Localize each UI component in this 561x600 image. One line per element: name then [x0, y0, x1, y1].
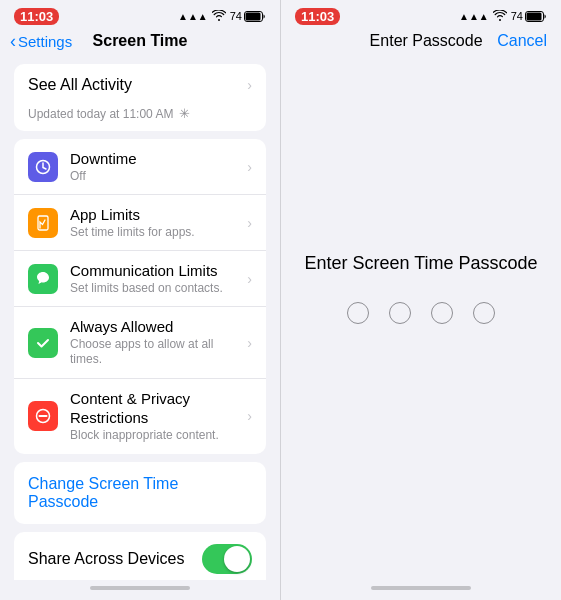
- downtime-chevron-icon: ›: [247, 159, 252, 175]
- left-status-bar: 11:03 ▲▲▲ 74: [0, 0, 280, 28]
- back-button[interactable]: ‹ Settings: [10, 32, 72, 50]
- right-status-bar: 11:03 ▲▲▲ 74: [281, 0, 561, 28]
- content-privacy-sublabel: Block inappropriate content.: [70, 428, 235, 444]
- comm-limits-icon: [28, 264, 58, 294]
- back-label[interactable]: Settings: [18, 33, 72, 50]
- always-allowed-sublabel: Choose apps to allow at all times.: [70, 337, 235, 368]
- right-home-bar: [371, 586, 471, 590]
- passcode-prompt-title: Enter Screen Time Passcode: [304, 253, 537, 274]
- svg-rect-1: [246, 12, 261, 20]
- app-limits-label: App Limits: [70, 205, 235, 225]
- left-home-bar: [90, 586, 190, 590]
- app-limits-icon: [28, 208, 58, 238]
- content-privacy-icon: [28, 401, 58, 431]
- share-devices-row: Share Across Devices: [28, 544, 252, 574]
- change-passcode-button[interactable]: Change Screen Time Passcode: [14, 462, 266, 524]
- battery-icon: 74: [230, 10, 266, 22]
- content-privacy-label: Content & Privacy Restrictions: [70, 389, 235, 428]
- left-nav-bar: ‹ Settings Screen Time: [0, 28, 280, 56]
- content-area: See All Activity › Updated today at 11:0…: [0, 56, 280, 580]
- see-all-activity-button[interactable]: See All Activity ›: [14, 64, 266, 106]
- left-status-icons: ▲▲▲ 74: [178, 10, 266, 23]
- back-chevron-icon: ‹: [10, 32, 16, 50]
- comm-limits-label: Communication Limits: [70, 261, 235, 281]
- right-status-time: 11:03: [295, 8, 340, 25]
- always-allowed-icon: [28, 328, 58, 358]
- left-panel: 11:03 ▲▲▲ 74 ‹: [0, 0, 280, 600]
- share-devices-toggle[interactable]: [202, 544, 252, 574]
- app-limits-sublabel: Set time limits for apps.: [70, 225, 235, 241]
- updated-row: Updated today at 11:00 AM ✳: [14, 106, 266, 131]
- content-privacy-item[interactable]: Content & Privacy Restrictions Block ina…: [14, 378, 266, 454]
- downtime-sublabel: Off: [70, 169, 235, 185]
- left-home-indicator: [0, 580, 280, 600]
- passcode-content: Enter Screen Time Passcode: [281, 56, 561, 580]
- right-wifi-icon: [493, 10, 507, 23]
- comm-limits-chevron-icon: ›: [247, 271, 252, 287]
- content-privacy-chevron-icon: ›: [247, 408, 252, 424]
- change-passcode-label: Change Screen Time Passcode: [28, 475, 178, 510]
- right-nav-bar: Enter Passcode Cancel: [281, 28, 561, 56]
- passcode-dot-4: [473, 302, 495, 324]
- comm-limits-sublabel: Set limits based on contacts.: [70, 281, 235, 297]
- app-limits-item[interactable]: App Limits Set time limits for apps. ›: [14, 194, 266, 250]
- toggle-knob: [224, 546, 250, 572]
- always-allowed-chevron-icon: ›: [247, 335, 252, 351]
- see-all-section: See All Activity › Updated today at 11:0…: [14, 64, 266, 131]
- svg-rect-6: [527, 12, 542, 20]
- share-devices-section: Share Across Devices You can enable this…: [14, 532, 266, 580]
- right-home-indicator: [281, 580, 561, 600]
- see-all-label: See All Activity: [28, 76, 132, 94]
- content-privacy-text: Content & Privacy Restrictions Block ina…: [70, 389, 235, 444]
- spinner-icon: ✳: [179, 106, 190, 121]
- comm-limits-text: Communication Limits Set limits based on…: [70, 261, 235, 296]
- right-signal-icon: ▲▲▲: [459, 11, 489, 22]
- enter-passcode-title: Enter Passcode: [370, 32, 483, 50]
- passcode-dot-3: [431, 302, 453, 324]
- always-allowed-text: Always Allowed Choose apps to allow at a…: [70, 317, 235, 368]
- share-devices-label: Share Across Devices: [28, 550, 185, 568]
- right-status-icons: ▲▲▲ 74: [459, 10, 547, 23]
- downtime-text: Downtime Off: [70, 149, 235, 184]
- signal-icon: ▲▲▲: [178, 11, 208, 22]
- app-limits-text: App Limits Set time limits for apps.: [70, 205, 235, 240]
- right-panel: 11:03 ▲▲▲ 74 Ent: [281, 0, 561, 600]
- app-limits-chevron-icon: ›: [247, 215, 252, 231]
- left-status-time: 11:03: [14, 8, 59, 25]
- passcode-dot-2: [389, 302, 411, 324]
- updated-text: Updated today at 11:00 AM: [28, 107, 173, 121]
- downtime-label: Downtime: [70, 149, 235, 169]
- menu-section: Downtime Off › App Limits Set time limit…: [14, 139, 266, 454]
- page-title: Screen Time: [93, 32, 188, 50]
- see-all-chevron-icon: ›: [247, 77, 252, 93]
- passcode-dots: [347, 302, 495, 324]
- always-allowed-label: Always Allowed: [70, 317, 235, 337]
- wifi-icon: [212, 10, 226, 23]
- cancel-button[interactable]: Cancel: [497, 32, 547, 50]
- downtime-icon: [28, 152, 58, 182]
- passcode-dot-1: [347, 302, 369, 324]
- comm-limits-item[interactable]: Communication Limits Set limits based on…: [14, 250, 266, 306]
- downtime-item[interactable]: Downtime Off ›: [14, 139, 266, 194]
- always-allowed-item[interactable]: Always Allowed Choose apps to allow at a…: [14, 306, 266, 378]
- right-battery-icon: 74: [511, 10, 547, 22]
- change-passcode-section: Change Screen Time Passcode: [14, 462, 266, 524]
